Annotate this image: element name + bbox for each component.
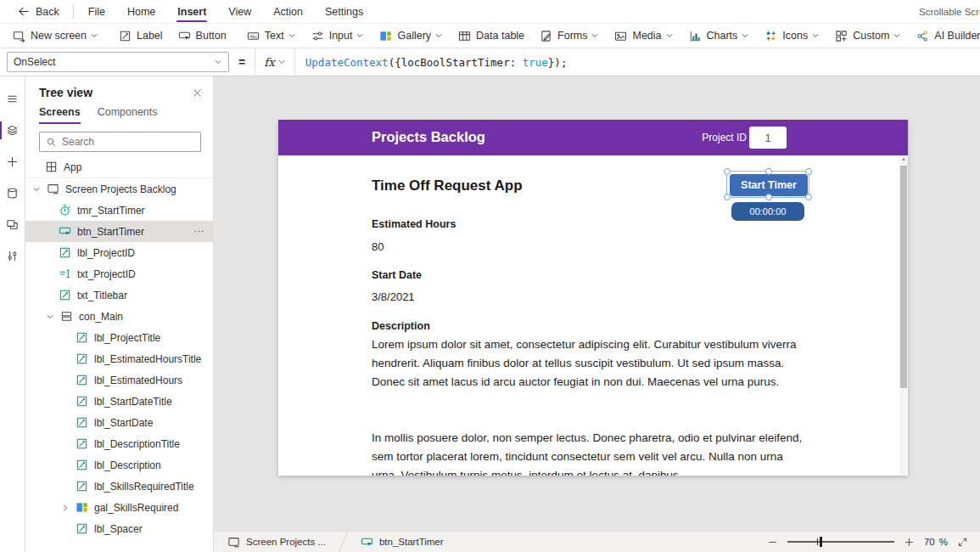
tree-search-box[interactable]: [39, 132, 201, 152]
rail-insert-button[interactable]: [0, 146, 25, 177]
formula-param: locBoolStartTimer:: [401, 56, 516, 69]
breadcrumb-control[interactable]: btn_StartTimer: [356, 532, 449, 552]
tree-item-gal-skillsrequired[interactable]: gal_SkillsRequired: [25, 497, 213, 518]
ribbon-icons[interactable]: Icons: [757, 24, 827, 48]
ribbon-ai-builder[interactable]: AI Builder: [909, 24, 980, 48]
rail-menu-button[interactable]: [0, 83, 25, 115]
ribbon-media[interactable]: Media: [607, 24, 680, 48]
selection-box[interactable]: Start Timer: [726, 171, 809, 198]
ribbon-label: New screen: [31, 30, 87, 42]
menu-item-file[interactable]: File: [77, 0, 116, 23]
tab-screens[interactable]: Screens: [39, 106, 81, 124]
tree-item-lbl-startdate[interactable]: lbl_StartDate: [25, 412, 213, 433]
button-icon: [59, 225, 71, 238]
rail-advanced-tools-button[interactable]: [0, 240, 25, 272]
ribbon-forms[interactable]: Forms: [532, 24, 607, 48]
menu-item-label: View: [228, 6, 251, 18]
menu-item-home[interactable]: Home: [116, 0, 166, 23]
fx-dropdown[interactable]: fx: [255, 48, 295, 76]
ribbon-new-screen[interactable]: New screen: [5, 24, 106, 48]
close-icon[interactable]: [192, 87, 203, 99]
row-actions-icon[interactable]: [193, 226, 204, 237]
menu-item-insert[interactable]: Insert: [166, 0, 217, 23]
ribbon-text[interactable]: Abc Text: [239, 24, 304, 48]
zoom-slider[interactable]: [787, 541, 894, 543]
tree-item-lbl-skillsrequiredtitle[interactable]: lbl_SkillsRequiredTitle: [25, 476, 213, 497]
ribbon-button-btn[interactable]: Button: [171, 24, 234, 48]
tree-item-txt-titlebar[interactable]: txt_Titlebar: [25, 284, 213, 306]
tree-item-btn-starttimer[interactable]: btn_StartTimer: [25, 221, 213, 242]
timer-display[interactable]: 00:00:00: [731, 202, 804, 221]
media-icon: [614, 30, 627, 42]
zoom-in-icon[interactable]: [904, 537, 915, 548]
selection-handle[interactable]: [805, 168, 812, 175]
chevron-down-icon[interactable]: [45, 313, 54, 321]
selection-handle[interactable]: [765, 194, 772, 200]
tree-item-tmr-starttimer[interactable]: tmr_StartTimer: [25, 200, 213, 221]
formula-function: UpdateContext: [305, 56, 389, 69]
zoom-level: 70 %: [924, 537, 948, 547]
icons-icon: [764, 30, 777, 42]
selection-handle[interactable]: [765, 168, 772, 175]
tree-item-lbl-spacer[interactable]: lbl_Spacer: [25, 518, 213, 539]
screen-icon: [227, 536, 240, 549]
app-scrollbar[interactable]: ▲: [899, 155, 908, 476]
screen-icon: [47, 183, 59, 195]
zoom-out-icon[interactable]: [767, 537, 778, 548]
rail-tree-view-button[interactable]: [0, 115, 25, 146]
breadcrumb-screen[interactable]: Screen Projects ...: [222, 532, 331, 552]
chevron-down-icon: [591, 31, 599, 40]
tree-item-label: con_Main: [79, 311, 123, 323]
menu-item-settings[interactable]: Settings: [314, 0, 374, 23]
tree-item-lbl-projectid[interactable]: lbl_ProjectID: [25, 242, 213, 263]
label-icon: [76, 522, 88, 535]
fullscreen-icon[interactable]: [957, 537, 968, 548]
canvas-background[interactable]: Projects Backlog Project ID Time Off Req…: [214, 76, 980, 531]
tree-item-txt-projectid[interactable]: txt_ProjectID: [25, 263, 213, 284]
selection-handle[interactable]: [724, 168, 731, 175]
menu-item-label: Settings: [325, 6, 363, 18]
tree-item-lbl-projecttitle[interactable]: lbl_ProjectTitle: [25, 327, 213, 348]
tree-item-lbl-description[interactable]: lbl_Description: [25, 454, 213, 476]
app-titlebar[interactable]: Projects Backlog Project ID: [278, 120, 908, 155]
scrollbar-thumb[interactable]: [900, 166, 907, 388]
app-canvas[interactable]: Projects Backlog Project ID Time Off Req…: [278, 120, 908, 476]
tree-item-lbl-estimatedhours[interactable]: lbl_EstimatedHours: [25, 369, 213, 391]
selection-handle[interactable]: [805, 194, 812, 200]
tree-item-app[interactable]: App: [25, 156, 213, 177]
tab-components[interactable]: Components: [98, 106, 158, 124]
back-button[interactable]: Back: [7, 5, 70, 18]
rail-media-button[interactable]: [0, 209, 25, 240]
property-selector[interactable]: OnSelect: [7, 52, 229, 72]
menu-item-action[interactable]: Action: [262, 0, 314, 23]
chevron-right-icon[interactable]: [60, 504, 70, 512]
chevron-down-icon[interactable]: [31, 185, 41, 194]
selection-handle[interactable]: [724, 194, 731, 200]
ribbon-custom[interactable]: Custom: [827, 24, 909, 48]
project-id-input[interactable]: [749, 127, 787, 149]
chevron-down-icon: [741, 31, 749, 40]
tree-item-lbl-descriptiontitle[interactable]: lbl_DescriptionTitle: [25, 433, 213, 454]
equals-sign: =: [238, 55, 245, 69]
zoom-value: 70: [924, 537, 935, 547]
ribbon-gallery[interactable]: Gallery: [372, 24, 451, 48]
scrollbar-up-icon[interactable]: ▲: [899, 156, 908, 161]
formula-input[interactable]: UpdateContext({locBoolStartTimer: true})…: [305, 56, 568, 69]
tree-item-con-main[interactable]: con_Main: [25, 306, 213, 327]
ribbon-input[interactable]: Input: [304, 24, 372, 48]
ribbon-charts[interactable]: Charts: [681, 24, 758, 48]
label-icon: [76, 331, 88, 344]
hamburger-icon: [6, 93, 19, 105]
tree-item-label: gal_SkillsRequired: [94, 502, 178, 514]
tree-item-screen-projects-backlog[interactable]: Screen Projects Backlog: [25, 178, 213, 200]
ribbon-data-table[interactable]: Data table: [451, 24, 532, 48]
ribbon-label: AI Builder: [934, 30, 980, 42]
rail-data-button[interactable]: [0, 177, 25, 209]
menu-item-view[interactable]: View: [217, 0, 262, 23]
chevron-down-icon: [893, 31, 901, 40]
zoom-slider-thumb[interactable]: [820, 537, 822, 547]
ribbon-label-btn[interactable]: Label: [111, 24, 171, 48]
search-input[interactable]: [62, 136, 194, 148]
tree-item-lbl-startdatetitle[interactable]: lbl_StartDateTitle: [25, 391, 213, 412]
tree-item-lbl-estimatedhourstitle[interactable]: lbl_EstimatedHoursTitle: [25, 348, 213, 369]
